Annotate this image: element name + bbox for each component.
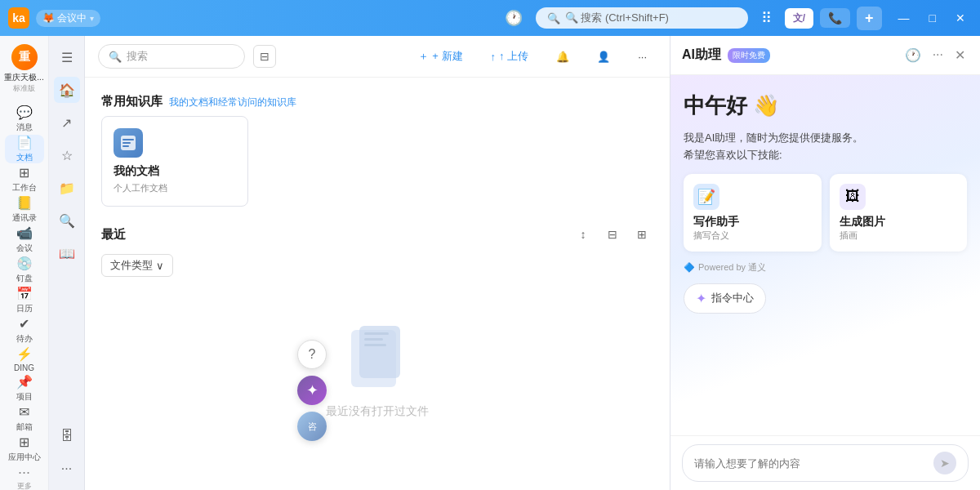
grid-view-button[interactable]: ⊞ xyxy=(630,223,653,246)
new-document-button[interactable]: ＋ + 新建 xyxy=(408,44,472,69)
image-skill-name: 生成图片 xyxy=(840,215,958,229)
ai-description: 我是AI助理，随时为您提供便捷服务。 希望您喜欢以下技能: xyxy=(684,130,967,164)
powered-icon: 🔷 xyxy=(684,262,695,273)
svg-rect-1 xyxy=(122,139,134,140)
minimize-button[interactable]: — xyxy=(892,10,916,26)
sidebar-item-contacts[interactable]: 📒 通讯录 xyxy=(5,195,44,224)
sidebar-item-drive[interactable]: 💿 钉盘 xyxy=(5,256,44,284)
user-subtitle: 标准版 xyxy=(13,83,35,94)
ai-skill-image[interactable]: 🖼 生成图片 插画 xyxy=(830,174,968,252)
icon-star[interactable]: ☆ xyxy=(54,142,80,168)
icon-scan[interactable]: 🔍 xyxy=(54,207,80,234)
empty-icon xyxy=(345,326,410,391)
meetings-icon: 📹 xyxy=(16,225,33,241)
help-fab-button[interactable]: ? xyxy=(297,340,327,369)
recent-header: 最近 ↕ ⊟ ⊞ xyxy=(101,223,653,246)
ai-mode-button[interactable]: 文/ xyxy=(785,8,813,29)
notification-icon: 🔔 xyxy=(556,51,569,63)
plus-button[interactable]: + xyxy=(857,7,882,30)
sidebar-item-todo[interactable]: ✔ 待办 xyxy=(5,316,44,345)
more-options-button[interactable]: ··· xyxy=(628,46,657,68)
ai-header-buttons: 🕐 ··· ✕ xyxy=(902,46,969,65)
sidebar-item-calendar[interactable]: 📅 日历 xyxy=(5,286,44,314)
sort-button[interactable]: ↕ xyxy=(572,223,595,246)
icon-home[interactable]: 🏠 xyxy=(54,77,80,103)
doc-search-bar[interactable]: 🔍 搜索 xyxy=(98,44,245,69)
ding-icon: ⚡ xyxy=(16,346,33,362)
doc-toolbar: 🔍 搜索 ⊟ ＋ + 新建 ↑ ↑ 上传 🔔 👤 ··· xyxy=(85,36,670,78)
ai-more-button[interactable]: ··· xyxy=(929,46,947,65)
ai-input-field[interactable] xyxy=(694,457,927,470)
username-label: 重庆天极... xyxy=(4,72,43,83)
messages-label: 消息 xyxy=(16,122,33,133)
ai-panel-body: 中午好 👋 我是AI助理，随时为您提供便捷服务。 希望您喜欢以下技能: 📝 写作… xyxy=(670,75,980,435)
ai-skill-writing[interactable]: 📝 写作助手 摘写合义 xyxy=(684,174,822,252)
empty-text: 最近没有打开过文件 xyxy=(326,404,429,419)
todo-label: 待办 xyxy=(16,333,33,345)
drive-label: 钉盘 xyxy=(16,273,33,284)
call-button[interactable]: 📞 xyxy=(820,8,850,28)
svg-rect-2 xyxy=(122,142,131,144)
sidebar-more-button[interactable]: ··· xyxy=(18,464,30,481)
icon-archive[interactable]: 🗄 xyxy=(54,423,80,449)
icon-folder[interactable]: 📁 xyxy=(54,175,80,201)
my-docs-card[interactable]: 我的文档 个人工作文档 xyxy=(101,116,248,207)
writing-skill-sub: 摘写合义 xyxy=(693,229,812,242)
icon-menu[interactable]: ☰ xyxy=(54,44,80,70)
icon-book[interactable]: 📖 xyxy=(54,240,80,266)
help-icon: ? xyxy=(309,347,316,362)
workspace-icon: ⊞ xyxy=(19,165,29,180)
image-gen-icon: 🖼 xyxy=(840,184,866,210)
sidebar-item-ding[interactable]: ⚡ DING xyxy=(5,346,44,372)
support-fab-button[interactable]: 咨 xyxy=(297,412,327,441)
ai-fab-icon: ✦ xyxy=(306,381,318,399)
ai-free-badge: 限时免费 xyxy=(728,48,770,63)
appcenter-icon: ⊞ xyxy=(19,434,29,450)
sidebar-item-workspace[interactable]: ⊞ 工作台 xyxy=(5,165,44,194)
icon-share[interactable]: ↗ xyxy=(54,109,80,136)
sidebar-item-email[interactable]: ✉ 邮箱 xyxy=(5,404,44,433)
notification-button[interactable]: 🔔 xyxy=(546,46,579,68)
drive-icon: 💿 xyxy=(16,256,33,271)
user-button[interactable]: 👤 xyxy=(587,46,620,68)
history-button[interactable]: 🕐 xyxy=(498,6,529,30)
user-profile[interactable]: 重 重庆天极... 标准版 xyxy=(4,44,43,94)
upload-button[interactable]: ↑ ↑ 上传 xyxy=(481,44,539,69)
sidebar-item-messages[interactable]: 💬 消息 xyxy=(5,105,44,133)
sidebar-item-meetings[interactable]: 📹 会议 xyxy=(5,225,44,254)
filter-button[interactable]: ⊟ xyxy=(601,223,624,246)
my-docs-name: 我的文档 xyxy=(114,164,159,179)
icon-ellipsis[interactable]: ··· xyxy=(54,456,80,482)
left-sidebar: 重 重庆天极... 标准版 💬 消息 📄 文档 ⊞ 工作台 📒 通讯录 📹 会议… xyxy=(0,36,49,490)
maximize-button[interactable]: □ xyxy=(923,10,942,26)
doc-filter-button[interactable]: ⊟ xyxy=(253,45,276,68)
new-icon: ＋ xyxy=(418,49,429,64)
grid-button[interactable]: ⠿ xyxy=(755,6,778,30)
file-type-filter[interactable]: 文件类型 ∨ xyxy=(101,254,173,277)
sidebar-item-docs[interactable]: 📄 文档 xyxy=(5,135,44,163)
titlebar: ka 🦊 会议中 ▾ 🕐 🔍 🔍 搜索 (Ctrl+Shift+F) ⠿ 文/ … xyxy=(0,0,980,36)
meetings-label: 会议 xyxy=(16,243,33,254)
empty-state: 最近没有打开过文件 xyxy=(101,293,653,452)
icon-sidebar: ☰ 🏠 ↗ ☆ 📁 🔍 📖 🗄 ··· xyxy=(49,36,85,490)
email-label: 邮箱 xyxy=(16,421,33,433)
ai-close-button[interactable]: ✕ xyxy=(951,46,969,65)
email-icon: ✉ xyxy=(19,404,29,420)
workspace-label: 工作台 xyxy=(12,182,37,194)
sidebar-item-projects[interactable]: 📌 项目 xyxy=(5,374,44,403)
avatar: 重 xyxy=(11,44,38,70)
todo-icon: ✔ xyxy=(19,316,29,332)
command-center-button[interactable]: ✦ 指令中心 xyxy=(684,283,766,314)
calendar-icon: 📅 xyxy=(16,286,33,301)
search-placeholder: 🔍 搜索 (Ctrl+Shift+F) xyxy=(565,11,669,25)
ai-fab-button[interactable]: ✦ xyxy=(297,376,327,405)
close-button[interactable]: ✕ xyxy=(949,10,972,26)
global-search-bar[interactable]: 🔍 🔍 搜索 (Ctrl+Shift+F) xyxy=(536,7,748,29)
common-section: 常用知识库 我的文档和经常访问的知识库 我的文档 个人工作文档 xyxy=(101,94,653,207)
ai-history-button[interactable]: 🕐 xyxy=(902,46,924,65)
app-name-label: ka xyxy=(12,11,25,24)
more-label: 更多 xyxy=(17,481,32,490)
ai-send-button[interactable]: ➤ xyxy=(933,452,956,474)
writing-icon: 📝 xyxy=(693,184,719,210)
sidebar-item-appcenter[interactable]: ⊞ 应用中心 xyxy=(5,434,44,463)
